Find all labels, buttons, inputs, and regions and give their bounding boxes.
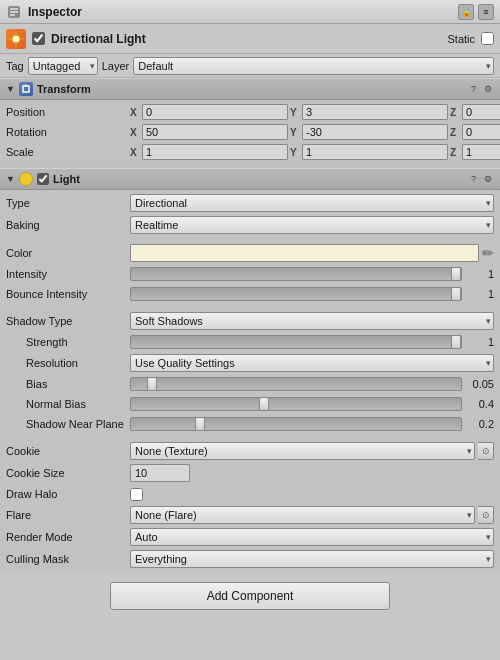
flare-select[interactable]: None (Flare) [130,506,475,524]
baking-select[interactable]: Realtime Baked Mixed [130,216,494,234]
type-label: Type [6,197,126,209]
transform-gear-btn[interactable]: ⚙ [482,83,494,95]
light-gear-btn[interactable]: ⚙ [482,173,494,185]
scale-y-input[interactable] [302,144,448,160]
rotation-x-item: X [130,124,288,140]
rotation-y-input[interactable] [302,124,448,140]
transform-help-btn[interactable]: ? [469,83,478,95]
scale-x-item: X [130,144,288,160]
scale-y-label: Y [290,147,300,158]
cookie-picker-btn[interactable]: ⊙ [478,442,494,460]
rotation-x-input[interactable] [142,124,288,140]
bias-slider[interactable] [130,377,462,391]
rotation-y-label: Y [290,127,300,138]
draw-halo-value [130,488,494,501]
bias-value: 0.05 [130,377,494,391]
draw-halo-checkbox[interactable] [130,488,143,501]
render-mode-select[interactable]: Auto Important Not Important [130,528,494,546]
normal-bias-slider[interactable] [130,397,462,411]
light-enabled-checkbox[interactable] [37,173,49,185]
baking-value: Realtime Baked Mixed [130,216,494,234]
scale-z-input[interactable] [462,144,500,160]
scale-xyz: X Y Z [130,144,500,160]
rotation-y-item: Y [290,124,448,140]
inspector-title: Inspector [28,5,82,19]
cookie-select[interactable]: None (Texture) [130,442,475,460]
menu-button[interactable]: ≡ [478,4,494,20]
color-row: Color ✏ [0,242,500,264]
bounce-intensity-slider[interactable] [130,287,462,301]
cookie-size-value [130,464,494,482]
cookie-value: None (Texture) ⊙ [130,442,494,460]
resolution-value: Use Quality Settings Low Medium High Ver… [130,354,494,372]
resolution-select[interactable]: Use Quality Settings Low Medium High Ver… [130,354,494,372]
position-z-label: Z [450,107,460,118]
type-select[interactable]: Directional Spot Point Area [130,194,494,212]
transform-actions: ? ⚙ [469,83,494,95]
baking-select-wrap: Realtime Baked Mixed [130,216,494,234]
scale-z-item: Z [450,144,500,160]
color-label: Color [6,247,126,259]
flare-select-wrap: None (Flare) [130,506,475,524]
transform-properties: Position X Y Z Rotation [0,100,500,164]
tag-select[interactable]: Untagged [28,57,98,75]
cookie-size-label: Cookie Size [6,467,126,479]
light-section-header[interactable]: ▼ Light ? ⚙ [0,168,500,190]
resolution-row: Resolution Use Quality Settings Low Medi… [0,352,500,374]
position-y-item: Y [290,104,448,120]
transform-title: Transform [37,83,91,95]
scale-x-input[interactable] [142,144,288,160]
cookie-size-input[interactable] [130,464,190,482]
shadow-type-row: Shadow Type Soft Shadows Hard Shadows No… [0,310,500,332]
color-field[interactable] [130,244,479,262]
rotation-z-item: Z [450,124,500,140]
static-label: Static [447,33,475,45]
flare-label: Flare [6,509,126,521]
flare-picker-btn[interactable]: ⊙ [478,506,494,524]
object-icon [6,29,26,49]
svg-rect-2 [10,11,18,13]
shadow-type-select[interactable]: Soft Shadows Hard Shadows No Shadows [130,312,494,330]
position-row: Position X Y Z [0,102,500,122]
bounce-intensity-label: Bounce Intensity [6,288,126,300]
shadow-near-plane-slider[interactable] [130,417,462,431]
light-help-btn[interactable]: ? [469,173,478,185]
shadow-near-plane-label: Shadow Near Plane [6,418,126,430]
transform-section-header[interactable]: ▼ Transform ? ⚙ [0,78,500,100]
culling-mask-select[interactable]: Everything Nothing Default [130,550,494,568]
culling-mask-row: Culling Mask Everything Nothing Default [0,548,500,570]
rotation-xyz: X Y Z [130,124,500,140]
object-name: Directional Light [51,32,441,46]
bounce-intensity-value: 1 [130,287,494,301]
svg-rect-3 [10,14,15,16]
layer-select[interactable]: Default [133,57,494,75]
strength-value: 1 [130,335,494,349]
cookie-row: Cookie None (Texture) ⊙ [0,440,500,462]
normal-bias-row: Normal Bias 0.4 [0,394,500,414]
resolution-label: Resolution [6,357,126,369]
cookie-size-row: Cookie Size [0,462,500,484]
add-component-section: Add Component [0,572,500,620]
position-x-input[interactable] [142,104,288,120]
strength-row: Strength 1 [0,332,500,352]
color-picker-icon[interactable]: ✏ [482,245,494,261]
rotation-z-input[interactable] [462,124,500,140]
add-component-button[interactable]: Add Component [110,582,390,610]
position-y-input[interactable] [302,104,448,120]
static-checkbox[interactable] [481,32,494,45]
strength-slider[interactable] [130,335,462,349]
scale-x-label: X [130,147,140,158]
position-z-input[interactable] [462,104,500,120]
intensity-slider[interactable] [130,267,462,281]
layer-select-wrap: Default [133,57,494,75]
active-checkbox[interactable] [32,32,45,45]
intensity-value: 1 [130,267,494,281]
lock-button[interactable]: 🔒 [458,4,474,20]
position-y-label: Y [290,107,300,118]
render-mode-label: Render Mode [6,531,126,543]
position-z-item: Z [450,104,500,120]
content-area: Directional Light Static Tag Untagged La… [0,24,500,620]
shadow-near-plane-value: 0.2 [130,417,494,431]
tag-label: Tag [6,60,24,72]
cookie-select-wrap: None (Texture) [130,442,475,460]
